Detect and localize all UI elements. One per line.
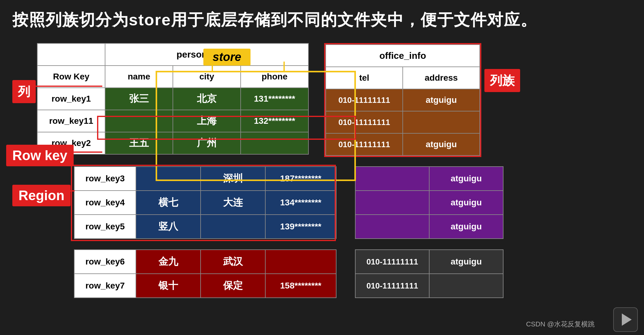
r2-phone2: 134******** bbox=[265, 191, 336, 215]
col-phone: phone bbox=[241, 66, 308, 88]
rk6: row_key6 bbox=[74, 250, 136, 274]
col-city: city bbox=[173, 66, 241, 88]
region2-personal-wrapper: row_key3 深圳 187******** row_key4 横七 大连 1… bbox=[74, 166, 336, 239]
office-info-header: office_info bbox=[326, 45, 480, 67]
r3-name1: 金九 bbox=[136, 250, 201, 274]
region3-gap-middle bbox=[336, 249, 355, 299]
r3-addr2 bbox=[429, 274, 503, 298]
r3-tel1: 010-11111111 bbox=[355, 250, 429, 274]
region3-personal-table: row_key6 金九 武汉 row_key7 银十 保定 158*******… bbox=[74, 249, 336, 298]
r2-city2: 大连 bbox=[201, 191, 265, 215]
r3-city2: 保定 bbox=[201, 274, 265, 298]
region2-office-table: atguigu atguigu atguigu bbox=[355, 166, 503, 239]
office-info-table: office_info tel address 010-11111111 atg… bbox=[325, 44, 480, 156]
r3-tel2: 010-11111111 bbox=[355, 274, 429, 298]
tel3: 010-11111111 bbox=[326, 133, 403, 155]
col-name: name bbox=[105, 66, 173, 88]
rk4: row_key4 bbox=[74, 191, 136, 215]
r3-addr1: atguigu bbox=[429, 250, 503, 274]
r3-phone2: 158******** bbox=[265, 274, 336, 298]
tel2: 010-11111111 bbox=[326, 111, 403, 133]
r2-city1: 深圳 bbox=[201, 167, 265, 191]
region2-office-wrapper: atguigu atguigu atguigu bbox=[355, 166, 503, 239]
address2 bbox=[403, 111, 480, 133]
rowkey-label: Row key bbox=[6, 145, 74, 166]
region-label: Region bbox=[12, 185, 71, 206]
office-info-section: 列族 office_info tel address bbox=[324, 43, 481, 157]
city2: 广州 bbox=[173, 132, 241, 154]
col-rowkey: Row Key bbox=[37, 66, 105, 88]
name2: 王五 bbox=[105, 132, 173, 154]
r2-tel3 bbox=[355, 215, 429, 239]
csdn-watermark: CSDN @水花反复横跳 bbox=[526, 320, 595, 329]
region3-personal-wrapper: row_key6 金九 武汉 row_key7 银十 保定 158*******… bbox=[74, 249, 336, 298]
play-button-icon bbox=[613, 307, 638, 332]
r2-addr1: atguigu bbox=[429, 167, 503, 191]
r2-name2: 横七 bbox=[136, 191, 201, 215]
r3-phone1 bbox=[265, 250, 336, 274]
r2-tel2 bbox=[355, 191, 429, 215]
store-line-right bbox=[283, 62, 285, 71]
rowkey1: row_key1 bbox=[37, 88, 105, 110]
city1: 北京 bbox=[173, 88, 241, 110]
name11 bbox=[105, 110, 173, 132]
r2-name3: 竖八 bbox=[136, 215, 201, 239]
address3: atguigu bbox=[403, 133, 480, 155]
r2-name1 bbox=[136, 167, 201, 191]
phone1: 131******** bbox=[241, 88, 308, 110]
region3-office-table: 010-11111111 atguigu 010-11111111 bbox=[355, 249, 503, 298]
lie-arrow bbox=[28, 86, 102, 87]
liezu-label: 列族 bbox=[484, 69, 520, 92]
lie-label: 列 bbox=[12, 80, 36, 103]
play-triangle bbox=[622, 313, 632, 326]
r3-name2: 银十 bbox=[136, 274, 201, 298]
rk5: row_key5 bbox=[74, 215, 136, 239]
name1: 张三 bbox=[105, 88, 173, 110]
personal-info-table: personal_info Row Key name city phone ro… bbox=[37, 43, 309, 155]
r2-tel1 bbox=[355, 167, 429, 191]
rowkey11: row_key11 bbox=[37, 110, 105, 132]
phone2 bbox=[241, 132, 308, 154]
r2-addr2: atguigu bbox=[429, 191, 503, 215]
rk3: row_key3 bbox=[74, 167, 136, 191]
col-tel: tel bbox=[326, 67, 403, 89]
region3-office-wrapper: 010-11111111 atguigu 010-11111111 bbox=[355, 249, 503, 298]
city11: 上海 bbox=[173, 110, 241, 132]
tel1: 010-11111111 bbox=[326, 89, 403, 111]
r2-addr3: atguigu bbox=[429, 215, 503, 239]
r2-phone3: 139******** bbox=[265, 215, 336, 239]
r2-phone1: 187******** bbox=[265, 167, 336, 191]
store-label: store bbox=[203, 49, 251, 66]
page-title: 按照列族切分为store用于底层存储到不同的文件夹中，便于文件对应。 bbox=[12, 9, 632, 31]
region2-gap-middle bbox=[340, 166, 355, 240]
header-empty bbox=[37, 43, 105, 66]
col-address: address bbox=[403, 67, 480, 89]
rowkey-arrow bbox=[71, 151, 102, 153]
rk7: row_key7 bbox=[74, 274, 136, 298]
page-container: 按照列族切分为store用于底层存储到不同的文件夹中，便于文件对应。 列 sto… bbox=[0, 0, 644, 335]
phone11: 132******** bbox=[241, 110, 308, 132]
address1: atguigu bbox=[403, 89, 480, 111]
r3-city1: 武汉 bbox=[201, 250, 265, 274]
region2-personal-table: row_key3 深圳 187******** row_key4 横七 大连 1… bbox=[74, 166, 336, 239]
r2-city3 bbox=[201, 215, 265, 239]
